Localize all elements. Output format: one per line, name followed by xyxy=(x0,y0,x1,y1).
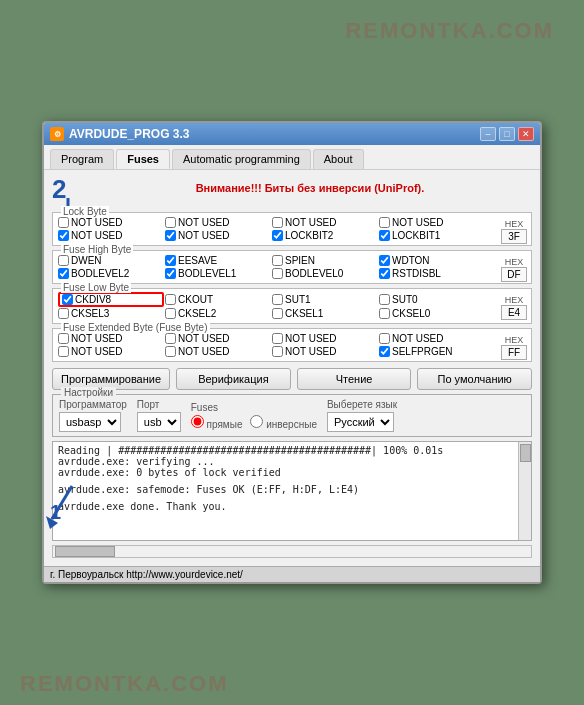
hscroll-thumb[interactable] xyxy=(55,546,115,557)
fl-r1c1-label: CKDIV8 xyxy=(75,294,111,305)
step1-number: 1 xyxy=(50,501,61,524)
fuse-ext-row1: NOT USED NOT USED NOT USED NOT USED xyxy=(58,332,485,345)
minimize-button[interactable]: – xyxy=(480,127,496,141)
lb-r1c1-check[interactable] xyxy=(58,217,69,228)
fe-r1c2-check[interactable] xyxy=(165,333,176,344)
fh-r1c2-check[interactable] xyxy=(165,255,176,266)
fe-r2c4-check[interactable] xyxy=(379,346,390,357)
fuse-item: SPIEN xyxy=(272,254,378,267)
fl-r2c3-check[interactable] xyxy=(272,308,283,319)
scrollbar-vertical[interactable] xyxy=(518,442,531,540)
fuse-low-label: Fuse Low Byte xyxy=(61,282,131,293)
fuse-high-label: Fuse High Byte xyxy=(61,244,133,255)
fh-r2c4-label: RSTDISBL xyxy=(392,268,441,279)
app-icon: ⚙ xyxy=(50,127,64,141)
fuse-item: RSTDISBL xyxy=(379,267,485,280)
fuses-inverse-option[interactable]: инверсные xyxy=(250,415,316,430)
language-label: Выберете язык xyxy=(327,399,397,410)
fuse-item: NOT USED xyxy=(165,216,271,229)
output-line1: Reading | ##############################… xyxy=(58,445,526,456)
title-bar-left: ⚙ AVRDUDE_PROG 3.3 xyxy=(50,127,189,141)
main-window: ⚙ AVRDUDE_PROG 3.3 – □ ✕ Program Fuses A… xyxy=(42,121,542,584)
fl-r1c2-label: CKOUT xyxy=(178,294,213,305)
lb-r2c2-check[interactable] xyxy=(165,230,176,241)
fuses-inverse-label: инверсные xyxy=(266,419,317,430)
fh-r1c2-label: EESAVE xyxy=(178,255,217,266)
fl-r2c2-check[interactable] xyxy=(165,308,176,319)
fh-r2c4-check[interactable] xyxy=(379,268,390,279)
read-button[interactable]: Чтение xyxy=(297,368,412,390)
watermark-bottom: REMONTKA.COM xyxy=(20,671,229,697)
fl-r2c1-label: CKSEL3 xyxy=(71,308,109,319)
output-line5: avrdude.exe: safemode: Fuses OK (E:FF, H… xyxy=(58,484,526,495)
action-buttons: Программирование Верификация Чтение По у… xyxy=(52,368,532,390)
fl-r2c1-check[interactable] xyxy=(58,308,69,319)
title-controls: – □ ✕ xyxy=(480,127,534,141)
lb-r1c3-check[interactable] xyxy=(272,217,283,228)
output-line2: avrdude.exe: verifying ... xyxy=(58,456,526,467)
tab-about[interactable]: About xyxy=(313,149,364,169)
lb-r2c1-check[interactable] xyxy=(58,230,69,241)
port-col: Порт usb xyxy=(137,399,181,432)
fuses-direct-radio[interactable] xyxy=(191,415,204,428)
fl-r1c2-check[interactable] xyxy=(165,294,176,305)
lb-r2c1-label: NOT USED xyxy=(71,230,123,241)
fuse-ext-section: Fuse Extended Byte (Fuse Byte) NOT USED … xyxy=(52,328,532,362)
programmer-select[interactable]: usbasp xyxy=(59,412,121,432)
fe-r1c3-check[interactable] xyxy=(272,333,283,344)
fuse-item: NOT USED xyxy=(165,345,271,358)
fh-r2c3-check[interactable] xyxy=(272,268,283,279)
default-button[interactable]: По умолчанию xyxy=(417,368,532,390)
fuse-item: NOT USED xyxy=(272,332,378,345)
fe-r1c1-check[interactable] xyxy=(58,333,69,344)
fh-r1c3-check[interactable] xyxy=(272,255,283,266)
fe-r2c3-label: NOT USED xyxy=(285,346,337,357)
port-select[interactable]: usb xyxy=(137,412,181,432)
lb-r1c4-label: NOT USED xyxy=(392,217,444,228)
close-button[interactable]: ✕ xyxy=(518,127,534,141)
fe-r1c1-label: NOT USED xyxy=(71,333,123,344)
settings-section-label: Настройки xyxy=(61,387,116,398)
fe-r2c1-check[interactable] xyxy=(58,346,69,357)
status-text: г. Первоуральск http://www.yourdevice.ne… xyxy=(50,569,243,580)
fuses-direct-option[interactable]: прямые xyxy=(191,415,243,430)
fe-r2c3-check[interactable] xyxy=(272,346,283,357)
language-select[interactable]: Русский xyxy=(327,412,394,432)
tab-automatic[interactable]: Automatic programming xyxy=(172,149,311,169)
lb-r1c4-check[interactable] xyxy=(379,217,390,228)
fh-r1c1-check[interactable] xyxy=(58,255,69,266)
lb-r2c3-label: LOCKBIT2 xyxy=(285,230,333,241)
fl-r2c4-check[interactable] xyxy=(379,308,390,319)
tab-fuses[interactable]: Fuses xyxy=(116,149,170,169)
verify-button[interactable]: Верификация xyxy=(176,368,291,390)
fuses-inverse-radio[interactable] xyxy=(250,415,263,428)
fe-r2c1-label: NOT USED xyxy=(71,346,123,357)
fl-r1c1-check[interactable] xyxy=(62,294,73,305)
fh-r1c4-check[interactable] xyxy=(379,255,390,266)
lb-r2c3-check[interactable] xyxy=(272,230,283,241)
lock-byte-row1: NOT USED NOT USED NOT USED NOT USED xyxy=(58,216,485,229)
output-line3: avrdude.exe: 0 bytes of lock verified xyxy=(58,467,526,478)
fe-r1c4-check[interactable] xyxy=(379,333,390,344)
fh-r2c1-check[interactable] xyxy=(58,268,69,279)
lb-r2c4-check[interactable] xyxy=(379,230,390,241)
lb-r1c2-check[interactable] xyxy=(165,217,176,228)
fl-r1c3-check[interactable] xyxy=(272,294,283,305)
fuses-content: 2 Внимание!!! Биты без инверсии (UniProf… xyxy=(44,170,540,566)
fuse-ext-hex-label: HEX xyxy=(501,335,527,345)
scrollbar-horizontal[interactable] xyxy=(52,545,532,558)
fuse-item: CKSEL2 xyxy=(165,307,271,320)
fe-r2c2-check[interactable] xyxy=(165,346,176,357)
fl-r1c4-check[interactable] xyxy=(379,294,390,305)
fe-r1c4-label: NOT USED xyxy=(392,333,444,344)
output-wrapper: 1 Reading | ############################… xyxy=(52,441,532,558)
maximize-button[interactable]: □ xyxy=(499,127,515,141)
fuse-item: BODLEVEL1 xyxy=(165,267,271,280)
tab-program[interactable]: Program xyxy=(50,149,114,169)
fuse-item: EESAVE xyxy=(165,254,271,267)
fuse-item: CKOUT xyxy=(165,292,271,307)
scrollbar-thumb[interactable] xyxy=(520,444,531,462)
fh-r2c2-check[interactable] xyxy=(165,268,176,279)
fuse-low-hex-value: E4 xyxy=(501,305,527,320)
fuse-item: DWEN xyxy=(58,254,164,267)
